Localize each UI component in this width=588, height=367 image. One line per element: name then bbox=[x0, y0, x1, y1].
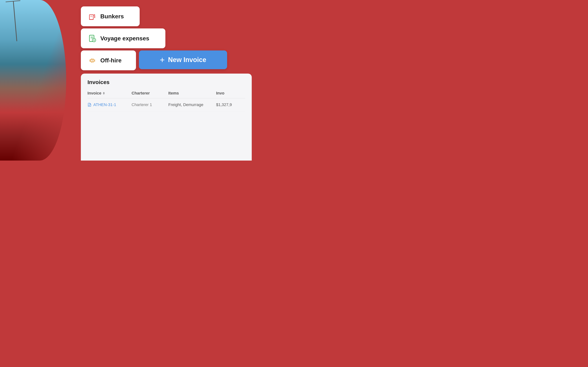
engine-icon bbox=[88, 56, 96, 65]
invoices-title: Invoices bbox=[87, 79, 245, 85]
offhire-card[interactable]: Off-hire bbox=[81, 50, 136, 70]
card-row-1: Bunkers bbox=[81, 6, 252, 26]
voyage-expenses-card[interactable]: $ Voyage expenses bbox=[81, 28, 165, 48]
col-header-charterer: Charterer bbox=[131, 91, 168, 96]
amount-value: $1,327,9 bbox=[216, 102, 232, 107]
sort-up-icon bbox=[103, 92, 105, 93]
col-header-inv: Invo bbox=[216, 91, 245, 96]
svg-rect-1 bbox=[90, 16, 92, 17]
svg-text:$: $ bbox=[93, 39, 95, 42]
voyage-icon-wrap: $ bbox=[87, 33, 97, 43]
doc-icon bbox=[87, 103, 92, 107]
items-col-label: Items bbox=[168, 91, 179, 95]
bunkers-icon-wrap bbox=[87, 12, 97, 21]
items-value: Freight, Demurrage bbox=[168, 102, 203, 107]
invoices-panel: Invoices Invoice Charterer Items Invo bbox=[81, 74, 252, 161]
invoice-link[interactable]: ATHEN-31-1 bbox=[87, 102, 116, 107]
col-header-items: Items bbox=[168, 91, 216, 96]
table-header: Invoice Charterer Items Invo bbox=[87, 89, 245, 98]
bunkers-label: Bunkers bbox=[100, 13, 124, 20]
bunkers-card[interactable]: Bunkers bbox=[81, 6, 140, 26]
offhire-icon-wrap bbox=[87, 56, 97, 65]
items-cell: Freight, Demurrage bbox=[168, 102, 216, 107]
receipt-dollar-icon: $ bbox=[88, 34, 96, 42]
col-header-invoice[interactable]: Invoice bbox=[87, 91, 131, 96]
voyage-expenses-label: Voyage expenses bbox=[100, 35, 149, 42]
table-row: ATHEN-31-1 Charterer 1 Freight, Demurrag… bbox=[87, 98, 245, 111]
invoice-id: ATHEN-31-1 bbox=[93, 102, 116, 107]
sort-down-icon bbox=[103, 93, 105, 94]
amount-cell: $1,327,9 bbox=[216, 102, 245, 107]
invoice-col-label: Invoice bbox=[87, 91, 101, 96]
main-content: Bunkers $ Voyage expenses bbox=[0, 0, 257, 161]
gas-pump-icon bbox=[88, 12, 96, 21]
svg-point-7 bbox=[92, 60, 93, 61]
charterer-value: Charterer 1 bbox=[131, 102, 152, 107]
sort-icon[interactable] bbox=[103, 92, 105, 94]
inv-col-label: Invo bbox=[216, 91, 224, 95]
cards-area: Bunkers $ Voyage expenses bbox=[81, 4, 252, 70]
new-invoice-label: New Invoice bbox=[168, 56, 206, 64]
charterer-cell: Charterer 1 bbox=[131, 102, 168, 107]
card-row-3: Off-hire + New Invoice bbox=[81, 50, 252, 70]
plus-icon: + bbox=[160, 56, 165, 64]
card-row-2: $ Voyage expenses bbox=[81, 28, 252, 48]
svg-rect-2 bbox=[95, 16, 95, 18]
invoice-cell: ATHEN-31-1 bbox=[87, 102, 131, 107]
new-invoice-button[interactable]: + New Invoice bbox=[139, 50, 227, 69]
offhire-label: Off-hire bbox=[100, 57, 122, 64]
charterer-col-label: Charterer bbox=[131, 91, 150, 95]
